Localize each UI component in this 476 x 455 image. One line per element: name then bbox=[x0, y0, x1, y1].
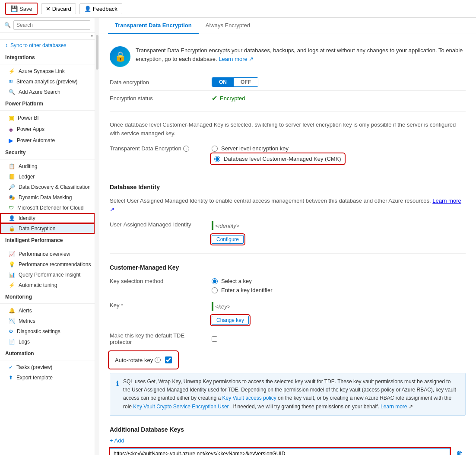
sidebar-item-ledger[interactable]: 📒 Ledger bbox=[0, 172, 95, 182]
content-body: 🔒 Transparent Data Encryption encrypts y… bbox=[99, 34, 476, 455]
add-key-button[interactable]: + Add bbox=[110, 436, 466, 445]
sidebar-item-add-azure-search[interactable]: 🔍 Add Azure Search bbox=[0, 87, 95, 97]
sidebar-item-performance-overview[interactable]: 📈 Performance overview bbox=[0, 249, 95, 259]
toolbar: 💾 Save ✕ Discard 👤 Feedback bbox=[0, 0, 476, 18]
tab-transparent-encryption[interactable]: Transparent Data Encryption bbox=[108, 18, 199, 34]
tde-label: Transparent Data Encryption i bbox=[110, 145, 205, 152]
sidebar-item-power-apps[interactable]: ◈ Power Apps bbox=[0, 124, 95, 135]
sidebar-item-data-encryption[interactable]: 🔒 Data Encryption bbox=[0, 223, 95, 234]
logs-icon: 📄 bbox=[9, 339, 15, 345]
radio-cmk-input[interactable] bbox=[214, 156, 220, 162]
sidebar-item-defender[interactable]: 🛡 Microsoft Defender for Cloud bbox=[0, 203, 95, 213]
user-identity-label: User-Assigned Managed Identity bbox=[110, 221, 205, 228]
info-box: 🔒 Transparent Data Encryption encrypts y… bbox=[110, 41, 466, 74]
info-banner-text: SQL uses Get, Wrap Key, Unwrap Key permi… bbox=[123, 378, 459, 411]
delete-key-button[interactable]: 🗑 bbox=[454, 449, 466, 455]
auto-rotate-info-icon[interactable]: i bbox=[155, 357, 161, 363]
section-integrations: Integrations bbox=[0, 51, 95, 62]
radio-server-level[interactable]: Server level encryption key bbox=[212, 145, 344, 152]
sidebar-item-tasks[interactable]: ✓ Tasks (preview) bbox=[0, 362, 95, 372]
check-icon: ✔ bbox=[212, 94, 217, 102]
toggle-on-button[interactable]: ON bbox=[212, 78, 234, 86]
tde-radio-group: Server level encryption key Database lev… bbox=[212, 145, 344, 163]
save-icon: 💾 bbox=[10, 5, 18, 12]
sidebar-item-metrics[interactable]: 📉 Metrics bbox=[0, 316, 95, 326]
perf-icon: 📈 bbox=[9, 251, 15, 257]
sync-label: Sync to other databases bbox=[10, 42, 66, 48]
power-automate-icon: ▶ bbox=[9, 137, 13, 144]
scroll-thumb bbox=[96, 35, 98, 70]
sync-item[interactable]: ↕ Sync to other databases bbox=[0, 40, 95, 51]
sidebar-item-stream-analytics[interactable]: ≋ Stream analytics (preview) bbox=[0, 76, 95, 87]
db-identity-title: Database Identity bbox=[110, 178, 466, 193]
tasks-icon: ✓ bbox=[9, 364, 13, 370]
tab-always-encrypted[interactable]: Always Encrypted bbox=[199, 18, 257, 34]
sidebar-item-identity[interactable]: 👤 Identity bbox=[0, 213, 95, 223]
sidebar-item-auditing[interactable]: 📋 Auditing bbox=[0, 161, 95, 172]
notice-text: Once database level Customer-Managed Key… bbox=[110, 117, 466, 141]
learn-more-link[interactable]: Learn more ↗ bbox=[219, 56, 254, 62]
section-power-platform: Power Platform bbox=[0, 97, 95, 108]
classify-icon: 🔎 bbox=[9, 184, 15, 190]
search-input[interactable] bbox=[13, 20, 90, 30]
key-vault-crypto-link[interactable]: Key Vault Crypto Service Encryption User bbox=[133, 404, 228, 410]
sidebar-item-automatic-tuning[interactable]: ⚡ Automatic tuning bbox=[0, 280, 95, 290]
encryption-status-row: Encryption status ✔ Encrypted bbox=[110, 91, 466, 106]
shield-icon: 🔒 bbox=[110, 46, 130, 67]
sidebar: 🔍 « ↕ Sync to other databases Integratio… bbox=[0, 18, 95, 455]
sidebar-item-export-template[interactable]: ⬆ Export template bbox=[0, 372, 95, 383]
sidebar-scrollbar[interactable] bbox=[95, 18, 99, 455]
user-identity-row: User-Assigned Managed Identity <identity… bbox=[110, 217, 466, 248]
data-encryption-row: Data encryption ON OFF bbox=[110, 74, 466, 91]
radio-server-input[interactable] bbox=[212, 146, 218, 152]
sidebar-item-logs[interactable]: 📄 Logs bbox=[0, 337, 95, 347]
info-desc-text: Transparent Data Encryption encrypts you… bbox=[136, 47, 463, 62]
make-default-checkbox[interactable] bbox=[212, 336, 217, 342]
sidebar-item-data-discovery[interactable]: 🔎 Data Discovery & Classification bbox=[0, 182, 95, 192]
sidebar-item-diagnostic[interactable]: ⚙ Diagnostic settings bbox=[0, 326, 95, 337]
tde-radio-options: Server level encryption key Database lev… bbox=[212, 145, 344, 163]
section-automation: Automation bbox=[0, 347, 95, 358]
toggle-off-button[interactable]: OFF bbox=[234, 78, 258, 86]
sidebar-item-azure-synapse[interactable]: ⚡ Azure Synapse Link bbox=[0, 66, 95, 76]
recommend-icon: 💡 bbox=[9, 261, 15, 267]
sidebar-item-alerts[interactable]: 🔔 Alerts bbox=[0, 305, 95, 316]
change-key-button[interactable]: Change key bbox=[212, 316, 249, 325]
tde-info-icon[interactable]: i bbox=[183, 146, 189, 152]
configure-button[interactable]: Configure bbox=[212, 235, 244, 244]
radio-server-label: Server level encryption key bbox=[221, 145, 289, 152]
auto-rotate-label-group: Auto-rotate key i bbox=[115, 357, 161, 363]
key-vault-policy-link[interactable]: Key Vault access policy bbox=[222, 395, 276, 401]
feedback-label: Feedback bbox=[93, 6, 117, 12]
radio-cmk[interactable]: Database level Customer-Managed Key (CMK… bbox=[212, 154, 344, 163]
key-selection-value: Select a key Enter a key identifier bbox=[212, 278, 273, 293]
key-placeholder: <key> bbox=[215, 303, 230, 310]
radio-cmk-label: Database level Customer-Managed Key (CMK… bbox=[224, 156, 341, 162]
auto-rotate-checkbox[interactable] bbox=[165, 356, 172, 363]
key-url-input[interactable] bbox=[110, 448, 450, 455]
radio-enter-identifier-input[interactable] bbox=[212, 287, 218, 293]
key-input-row: 🗑 bbox=[110, 448, 466, 455]
feedback-button[interactable]: 👤 Feedback bbox=[79, 3, 122, 14]
radio-select-key[interactable]: Select a key bbox=[212, 278, 273, 284]
sidebar-item-power-automate[interactable]: ▶ Power Automate bbox=[0, 135, 95, 146]
sidebar-item-query-performance[interactable]: 📊 Query Performance Insight bbox=[0, 270, 95, 280]
info-banner-learn-more[interactable]: Learn more bbox=[381, 404, 407, 410]
radio-enter-identifier[interactable]: Enter a key identifier bbox=[212, 287, 273, 293]
discard-button[interactable]: ✕ Discard bbox=[41, 3, 76, 14]
export-icon: ⬆ bbox=[9, 375, 13, 381]
radio-select-key-input[interactable] bbox=[212, 278, 218, 284]
save-button[interactable]: 💾 Save bbox=[5, 3, 38, 15]
collapse-icon[interactable]: « bbox=[90, 34, 93, 38]
sidebar-scroll: Integrations ⚡ Azure Synapse Link ≋ Stre… bbox=[0, 51, 95, 455]
sidebar-item-power-bi[interactable]: ▣ Power BI bbox=[0, 112, 95, 124]
sidebar-item-dynamic-masking[interactable]: 🎭 Dynamic Data Masking bbox=[0, 192, 95, 203]
section-intelligent-performance: Intelligent Performance bbox=[0, 234, 95, 245]
encryption-icon: 🔒 bbox=[9, 226, 15, 232]
tde-radio-row: Transparent Data Encryption i Server lev… bbox=[110, 141, 466, 168]
status-text: Encrypted bbox=[220, 95, 245, 102]
power-apps-icon: ◈ bbox=[9, 126, 13, 133]
add-search-icon: 🔍 bbox=[9, 89, 15, 95]
identity-icon: 👤 bbox=[9, 215, 15, 221]
sidebar-item-performance-recommendations[interactable]: 💡 Performance recommendations bbox=[0, 259, 95, 270]
